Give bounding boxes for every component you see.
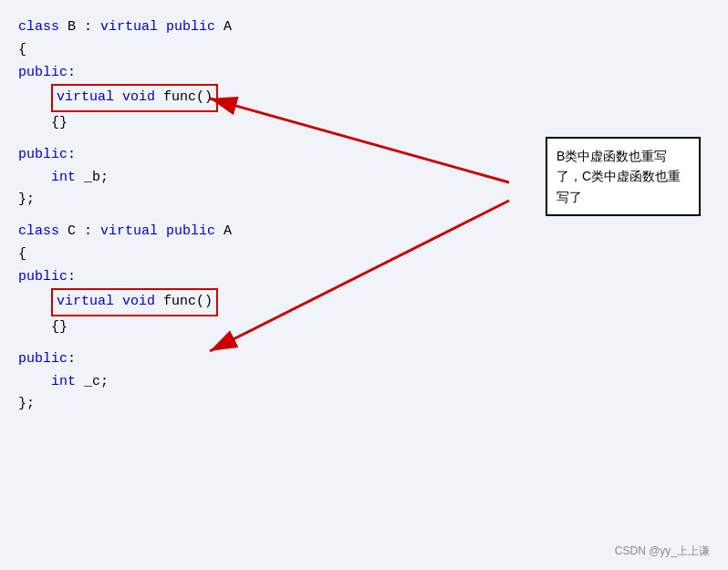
func-highlight-c: virtual void func() xyxy=(51,288,218,316)
code-line: int _c; xyxy=(18,371,710,394)
func-highlight-b: virtual void func() xyxy=(51,84,218,112)
spacer xyxy=(18,339,710,348)
watermark: CSDN @yy_上上谦 xyxy=(615,544,710,559)
code-line-highlight-c: virtual void func() xyxy=(18,288,710,316)
code-line-highlight-b: virtual void func() xyxy=(18,84,710,112)
annotation-box: B类中虚函数也重写了，C类中虚函数也重写了 xyxy=(546,137,701,216)
code-line: public: xyxy=(18,348,710,371)
code-line: { xyxy=(18,39,710,62)
code-line: class C : virtual public A xyxy=(18,221,710,244)
code-line: { xyxy=(18,244,710,266)
code-line: {} xyxy=(18,112,710,135)
code-line: {} xyxy=(18,316,710,339)
annotation-text: B类中虚函数也重写了，C类中虚函数也重写了 xyxy=(556,149,681,204)
code-line: }; xyxy=(18,393,710,416)
code-line: class B : virtual public A xyxy=(18,16,710,39)
code-line: public: xyxy=(18,62,710,85)
code-line: public: xyxy=(18,266,710,289)
code-area: class B : virtual public A { public: vir… xyxy=(0,0,728,570)
